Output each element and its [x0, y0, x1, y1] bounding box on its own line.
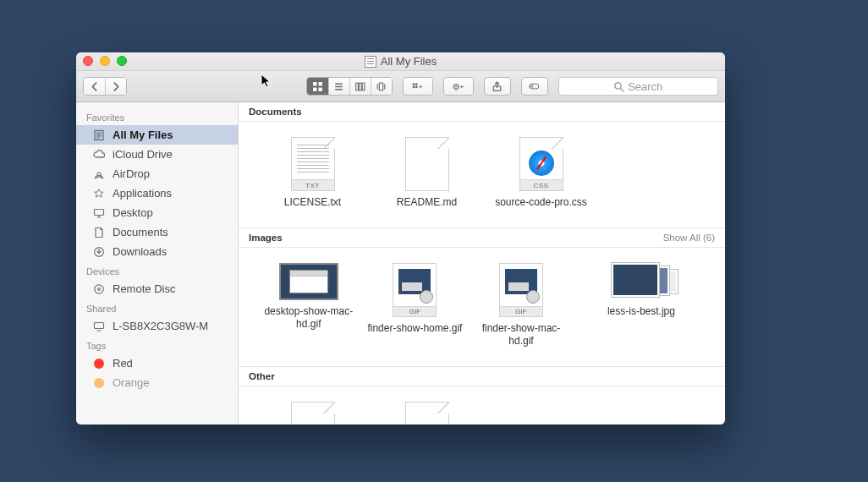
- arrange-button[interactable]: [404, 78, 432, 95]
- search-field[interactable]: Search: [558, 77, 719, 96]
- arrange-group: [403, 77, 433, 96]
- generic-file-icon: [405, 402, 449, 424]
- svg-point-16: [530, 85, 533, 88]
- sidebar-item-label: Downloads: [113, 245, 167, 258]
- svg-rect-1: [318, 82, 321, 85]
- sidebar-item-label: iCloud Drive: [113, 148, 173, 161]
- svg-rect-6: [362, 83, 365, 90]
- svg-point-23: [97, 288, 100, 290]
- image-stack-icon: [612, 263, 671, 300]
- finder-window: All My Files: [76, 52, 725, 424]
- svg-rect-18: [95, 130, 103, 140]
- other-grid: [239, 386, 725, 424]
- file-label: source-code-pro.css: [495, 196, 587, 209]
- main-area[interactable]: Documents TXT LICENSE.txt README.md CSS …: [239, 102, 725, 424]
- svg-rect-10: [413, 85, 415, 87]
- nav-buttons: [83, 77, 127, 96]
- downloads-icon: [91, 244, 106, 259]
- file-label: finder-show-home.gif: [367, 322, 462, 335]
- svg-rect-11: [415, 85, 417, 87]
- file-item[interactable]: less-is-best.jpg: [574, 263, 708, 348]
- svg-rect-8: [413, 83, 415, 85]
- sidebar-item-label: Documents: [113, 226, 168, 238]
- window-title: All My Files: [381, 55, 437, 68]
- view-switch: [306, 77, 393, 96]
- svg-point-17: [615, 82, 621, 88]
- window-controls: [83, 56, 127, 66]
- show-all-link[interactable]: Show All (6): [663, 233, 715, 243]
- coverflow-view-button[interactable]: [371, 78, 392, 95]
- file-item[interactable]: [370, 402, 484, 424]
- sidebar-section-devices: Devices: [76, 261, 238, 279]
- tag-dot-icon: [91, 375, 106, 390]
- all-my-files-icon: [91, 128, 106, 142]
- sidebar: Favorites All My Files iCloud Drive AirD…: [76, 102, 239, 424]
- file-item[interactable]: TXT LICENSE.txt: [255, 137, 370, 209]
- sidebar-item-label: L-SB8X2C3G8W-M: [113, 320, 208, 332]
- file-label: finder-show-mac-hd.gif: [470, 322, 572, 348]
- section-header-images[interactable]: Images Show All (6): [239, 228, 725, 248]
- sidebar-item-remote-disc[interactable]: Remote Disc: [76, 279, 238, 299]
- tag-dot-icon: [91, 356, 106, 370]
- section-header-documents[interactable]: Documents: [239, 102, 725, 122]
- txt-file-icon: TXT: [291, 137, 335, 191]
- svg-rect-4: [356, 83, 359, 90]
- sidebar-item-icloud[interactable]: iCloud Drive: [76, 145, 238, 164]
- sidebar-item-label: Orange: [113, 376, 149, 389]
- list-view-button[interactable]: [328, 78, 349, 95]
- file-item[interactable]: GIF finder-show-home.gif: [362, 263, 469, 348]
- svg-rect-7: [379, 83, 382, 90]
- file-item[interactable]: [255, 402, 370, 424]
- svg-point-13: [455, 85, 457, 87]
- svg-rect-3: [318, 87, 321, 90]
- icon-view-button[interactable]: [307, 78, 328, 95]
- gif-file-icon: GIF: [499, 263, 543, 317]
- sidebar-item-applications[interactable]: Applications: [76, 183, 238, 203]
- back-button[interactable]: [84, 78, 105, 95]
- section-title: Documents: [249, 107, 302, 117]
- svg-rect-0: [313, 82, 316, 85]
- close-button[interactable]: [83, 56, 93, 66]
- applications-icon: [91, 186, 106, 200]
- file-label: LICENSE.txt: [284, 196, 341, 209]
- file-label: README.md: [397, 196, 457, 209]
- action-button[interactable]: [444, 78, 473, 95]
- search-placeholder: Search: [628, 80, 662, 93]
- sidebar-item-shared-computer[interactable]: L-SB8X2C3G8W-M: [76, 316, 238, 336]
- titlebar[interactable]: All My Files: [76, 52, 725, 71]
- sidebar-item-all-my-files[interactable]: All My Files: [76, 125, 238, 145]
- file-item[interactable]: README.md: [370, 137, 484, 209]
- sidebar-item-label: Applications: [113, 187, 172, 200]
- minimize-button[interactable]: [100, 56, 110, 66]
- file-item[interactable]: desktop-show-mac-hd.gif: [255, 263, 362, 348]
- images-grid: desktop-show-mac-hd.gif GIF finder-show-…: [239, 248, 725, 367]
- zoom-button[interactable]: [117, 56, 127, 66]
- svg-rect-20: [94, 209, 103, 215]
- sidebar-item-downloads[interactable]: Downloads: [76, 242, 238, 261]
- svg-rect-9: [415, 83, 417, 85]
- content: Favorites All My Files iCloud Drive AirD…: [76, 102, 725, 424]
- css-file-icon: CSS: [519, 137, 563, 191]
- share-button[interactable]: [484, 77, 511, 96]
- file-item[interactable]: GIF finder-show-mac-hd.gif: [468, 263, 574, 348]
- sidebar-item-airdrop[interactable]: AirDrop: [76, 164, 238, 183]
- image-thumb-icon: [279, 263, 338, 300]
- documents-grid: TXT LICENSE.txt README.md CSS source-cod…: [239, 122, 725, 228]
- sidebar-item-label: AirDrop: [113, 167, 150, 180]
- file-label: desktop-show-mac-hd.gif: [258, 305, 360, 331]
- sidebar-item-desktop[interactable]: Desktop: [76, 203, 238, 222]
- sidebar-item-documents[interactable]: Documents: [76, 222, 238, 242]
- sidebar-section-shared: Shared: [76, 299, 238, 316]
- tags-button[interactable]: [521, 77, 548, 96]
- file-label: less-is-best.jpg: [607, 305, 675, 318]
- svg-rect-24: [94, 322, 103, 328]
- section-header-other[interactable]: Other: [239, 367, 725, 386]
- file-item[interactable]: CSS source-code-pro.css: [484, 137, 598, 209]
- svg-rect-2: [313, 87, 316, 90]
- sidebar-item-tag-orange[interactable]: Orange: [76, 373, 238, 392]
- column-view-button[interactable]: [349, 78, 371, 95]
- sidebar-item-tag-red[interactable]: Red: [76, 353, 238, 373]
- generic-file-icon: [291, 402, 335, 424]
- section-title: Images: [249, 233, 283, 243]
- forward-button[interactable]: [105, 78, 126, 95]
